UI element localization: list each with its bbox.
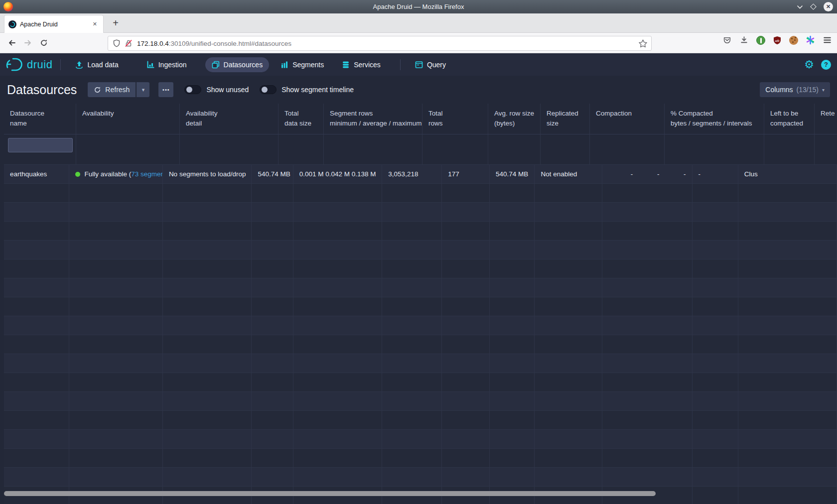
table-row-earthquakes[interactable]: earthquakes Fully available (73 segments… [4, 165, 837, 184]
table-body: earthquakes Fully available (73 segments… [4, 165, 837, 504]
column-header-left-to-be-compacted[interactable]: Left to becompacted [764, 104, 815, 134]
nav-divider [400, 59, 401, 70]
nav-item-query[interactable]: Query [409, 57, 452, 72]
window-maximize-button[interactable] [810, 3, 817, 10]
nav-item-ingestion[interactable]: Ingestion [140, 57, 193, 72]
settings-gear-icon[interactable]: ⚙ [804, 59, 814, 70]
datasource-filter-input[interactable] [8, 138, 73, 152]
cell-replicated-size: 540.74 MB [490, 165, 535, 184]
table-row-empty [4, 241, 837, 259]
cell-availability: Fully available (73 segments) [69, 165, 162, 184]
refresh-icon [94, 86, 101, 94]
cell-datasource-name[interactable]: earthquakes [4, 165, 69, 184]
show-segment-timeline-toggle[interactable]: Show segment timeline [260, 85, 354, 94]
column-header-total-data-size[interactable]: Totaldata size [279, 104, 324, 134]
bookmark-star-icon[interactable] [638, 39, 648, 48]
reload-button[interactable] [36, 35, 52, 50]
toggle-label: Show segment timeline [281, 86, 354, 94]
insecure-lock-icon[interactable] [124, 39, 133, 48]
nav-item-services[interactable]: Services [335, 57, 387, 72]
cell-pct-compacted: --- [602, 165, 692, 184]
column-header-segment-rows[interactable]: Segment rowsminimum / average / maximum [324, 104, 422, 134]
nav-item-label: Load data [87, 61, 118, 69]
segments-link[interactable]: 73 segments [131, 170, 163, 178]
table-row-empty [4, 259, 837, 278]
url-bar[interactable]: 172.18.0.4 :30109/unified-console.html#d… [108, 36, 652, 51]
nav-item-label: Datasources [224, 61, 263, 69]
ublock-origin-icon[interactable]: uO [773, 36, 782, 45]
forward-button[interactable] [20, 35, 36, 50]
extension-green-icon[interactable] [756, 36, 765, 45]
nav-item-label: Ingestion [158, 61, 187, 69]
druid-logo[interactable]: druid [6, 57, 52, 72]
column-header-avg-row-size[interactable]: Avg. row size(bytes) [488, 104, 541, 134]
help-icon[interactable]: ? [821, 60, 831, 70]
chevron-down-icon: ▾ [822, 87, 825, 93]
menu-hamburger-icon[interactable] [823, 35, 832, 45]
refresh-button[interactable]: Refresh [88, 82, 136, 97]
window-close-button[interactable]: ✕ [824, 2, 833, 11]
refresh-label: Refresh [105, 86, 130, 94]
column-header-pct-compacted[interactable]: % Compactedbytes / segments / intervals [665, 104, 764, 134]
page-header: Datasources Refresh ▾ ••• Show unused Sh… [0, 76, 837, 104]
cell-total-rows: 3,053,218 [382, 165, 442, 184]
datasources-icon [212, 61, 220, 69]
druid-navbar: druid Load data Ingestion Datasources Se… [0, 53, 837, 76]
horizontal-scrollbar-thumb[interactable] [4, 491, 656, 496]
druid-logo-icon [6, 57, 24, 72]
downloads-icon[interactable] [739, 35, 749, 45]
column-header-retention[interactable]: Rete [815, 104, 837, 134]
url-path: :30109/unified-console.html#datasources [169, 40, 291, 47]
cell-avg-row-size: 177 [442, 165, 490, 184]
load-data-icon [75, 61, 83, 69]
toggle-track[interactable] [260, 85, 277, 94]
query-icon [415, 61, 423, 69]
toggle-track[interactable] [184, 85, 201, 94]
column-header-datasource-name[interactable]: Datasourcename [4, 104, 76, 134]
cookie-extension-icon[interactable] [789, 36, 798, 45]
back-button[interactable] [4, 35, 20, 50]
svg-text:uO: uO [775, 39, 780, 42]
url-host: 172.18.0.4 [137, 40, 169, 47]
columns-label: Columns [765, 86, 793, 94]
column-header-compaction[interactable]: Compaction [590, 104, 665, 134]
table-row-empty [4, 354, 837, 373]
tracking-shield-icon[interactable] [112, 39, 121, 48]
column-header-replicated-size[interactable]: Replicatedsize [541, 104, 590, 134]
more-actions-button[interactable]: ••• [158, 82, 173, 97]
nav-item-segments[interactable]: Segments [274, 57, 330, 72]
cell-retention[interactable]: Clus [738, 165, 837, 184]
table-row-empty [4, 430, 837, 449]
window-minimize-button[interactable] [797, 5, 803, 9]
table-row-empty [4, 278, 837, 297]
tab-close-icon[interactable]: ✕ [91, 20, 99, 28]
column-header-total-rows[interactable]: Totalrows [422, 104, 488, 134]
nav-item-load-data[interactable]: Load data [69, 57, 125, 72]
nav-item-datasources[interactable]: Datasources [205, 57, 270, 72]
toggle-knob [186, 87, 192, 93]
new-tab-button[interactable]: + [109, 16, 123, 30]
pocket-icon[interactable] [722, 35, 732, 45]
table-row-empty [4, 297, 837, 316]
refresh-dropdown-button[interactable]: ▾ [137, 82, 149, 97]
show-unused-toggle[interactable]: Show unused [184, 85, 249, 94]
columns-count: (13/15) [797, 86, 819, 94]
column-header-availability[interactable]: Availability [76, 104, 180, 134]
window-titlebar: Apache Druid — Mozilla Firefox ✕ [0, 0, 837, 13]
table-row-empty [4, 316, 837, 335]
cell-compaction: Not enabled [535, 165, 602, 184]
columns-button[interactable]: Columns (13/15) ▾ [760, 82, 830, 97]
table-filter-row [4, 134, 837, 165]
nav-item-label: Services [354, 61, 381, 69]
extension-starburst-icon[interactable] [806, 35, 815, 45]
tab-title: Apache Druid [20, 21, 91, 28]
available-status-dot [75, 172, 80, 177]
nav-item-label: Query [427, 61, 446, 69]
column-header-availability-detail[interactable]: Availabilitydetail [180, 104, 279, 134]
cell-left-to-be-compacted: - [693, 165, 738, 184]
browser-tab[interactable]: Apache Druid ✕ [4, 15, 104, 33]
cell-segment-rows: 0.001 M0.042 M0.138 M [293, 165, 383, 184]
druid-logo-text: druid [27, 58, 52, 71]
table-row-empty [4, 335, 837, 354]
cell-total-data-size: 540.74 MB [252, 165, 293, 184]
